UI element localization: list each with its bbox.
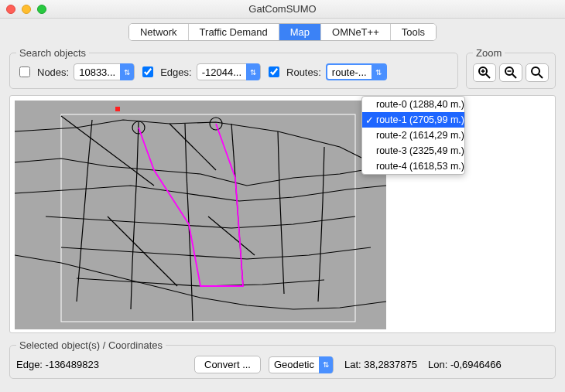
selected-objects-group: Selected object(s) / Coordinates Edge: -… <box>9 339 556 379</box>
search-legend: Search objects <box>16 47 89 59</box>
routes-option[interactable]: route-4 (1618,53 m.) <box>362 159 464 174</box>
lon-value: Lon: -0,6946466 <box>428 359 502 370</box>
zoom-in-icon <box>478 66 491 79</box>
nodes-checkbox[interactable] <box>19 66 30 77</box>
map-viewport[interactable]: route-0 (1288,40 m.)route-1 (2705,99 m.)… <box>9 95 556 333</box>
lat-value: Lat: 38,2837875 <box>344 359 417 370</box>
map-canvas[interactable] <box>15 101 386 329</box>
maximize-icon[interactable] <box>37 5 46 14</box>
routes-select[interactable]: route-... ⇅ <box>326 63 387 80</box>
convert-button[interactable]: Convert ... <box>194 356 261 373</box>
tab-map[interactable]: Map <box>279 24 321 40</box>
svg-point-7 <box>532 67 539 75</box>
coord-system-select[interactable]: Geodetic ⇅ <box>269 356 334 373</box>
edge-value: Edge: -136489823 <box>16 359 187 370</box>
svg-rect-12 <box>115 107 120 111</box>
tab-traffic-demand[interactable]: Traffic Demand <box>189 24 279 40</box>
zoom-group: Zoom <box>466 47 556 89</box>
routes-dropdown[interactable]: route-0 (1288,40 m.)route-1 (2705,99 m.)… <box>361 96 465 175</box>
minimize-icon[interactable] <box>22 5 31 14</box>
window-title: GatComSUMO <box>248 3 316 15</box>
svg-line-8 <box>539 74 543 78</box>
tab-tools[interactable]: Tools <box>391 24 436 40</box>
zoom-icon <box>531 66 543 79</box>
routes-option[interactable]: route-1 (2705,99 m.) <box>362 112 464 128</box>
chevron-updown-icon: ⇅ <box>246 63 260 80</box>
close-icon[interactable] <box>6 5 15 14</box>
search-objects-group: Search objects Nodes: 10833... ⇅ Edges: … <box>9 47 458 89</box>
tab-network[interactable]: Network <box>129 24 189 40</box>
routes-option[interactable]: route-0 (1288,40 m.) <box>362 97 464 112</box>
traffic-lights <box>6 5 46 14</box>
chevron-updown-icon: ⇅ <box>372 63 385 80</box>
selected-legend: Selected object(s) / Coordinates <box>16 339 166 351</box>
nodes-select[interactable]: 10833... ⇅ <box>74 63 135 80</box>
routes-checkbox[interactable] <box>269 66 279 77</box>
edges-select-value: -12044... <box>202 66 241 78</box>
zoom-in-button[interactable] <box>473 63 496 82</box>
zoom-out-icon <box>505 66 517 79</box>
zoom-reset-button[interactable] <box>526 63 549 82</box>
routes-select-value: route-... <box>332 66 367 78</box>
chevron-updown-icon: ⇅ <box>120 63 134 80</box>
routes-option[interactable]: route-2 (1614,29 m.) <box>362 128 464 143</box>
tab-bar: NetworkTraffic DemandMapOMNeT++Tools <box>0 19 565 44</box>
routes-label: Routes: <box>286 66 321 78</box>
svg-line-1 <box>486 74 490 78</box>
zoom-out-button[interactable] <box>499 63 522 82</box>
edges-checkbox[interactable] <box>142 66 153 77</box>
zoom-legend: Zoom <box>473 47 505 59</box>
tab-omnet-[interactable]: OMNeT++ <box>321 24 391 40</box>
edges-label: Edges: <box>160 66 191 78</box>
nodes-select-value: 10833... <box>79 66 115 78</box>
edges-select[interactable]: -12044... ⇅ <box>197 63 261 80</box>
chevron-updown-icon: ⇅ <box>319 356 333 373</box>
svg-line-5 <box>512 74 516 78</box>
svg-rect-9 <box>61 114 355 322</box>
titlebar: GatComSUMO <box>0 0 565 19</box>
nodes-label: Nodes: <box>37 66 69 78</box>
coord-system-value: Geodetic <box>274 359 314 370</box>
routes-option[interactable]: route-3 (2325,49 m.) <box>362 143 464 159</box>
